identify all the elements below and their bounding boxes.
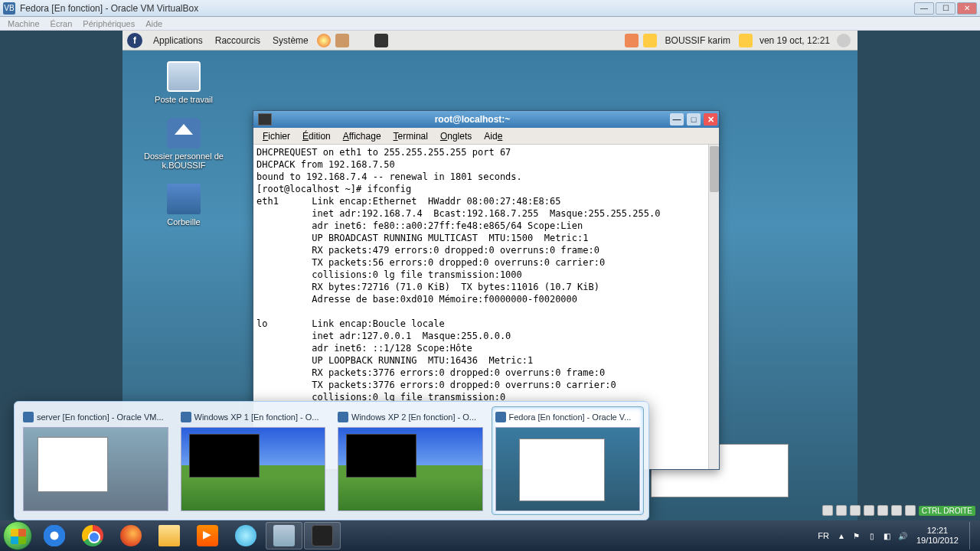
system-tray: FR ▲ ⚑ ▯ ◧ 🔊 12:21 19/10/2012 <box>812 522 980 549</box>
console-icon <box>312 525 333 546</box>
menu-applications[interactable]: Applications <box>147 35 209 46</box>
vbox-vm-icon <box>495 412 506 422</box>
vbox-display-icon[interactable] <box>891 505 902 516</box>
update-notifier-icon[interactable] <box>625 34 639 47</box>
app-launcher-icon[interactable] <box>335 34 349 47</box>
terminal-maximize-button[interactable]: □ <box>687 113 701 126</box>
tray-volume-icon[interactable]: 🔊 <box>897 530 909 542</box>
chrome-icon <box>82 525 103 546</box>
tray-flag-icon[interactable]: ⚑ <box>851 530 863 542</box>
vbox-titlebar[interactable]: VB Fedora [En fonction] - Oracle VM Virt… <box>0 0 980 17</box>
volume-icon[interactable] <box>837 34 851 47</box>
terminal-menubar: FFichierichier Édition Affichage Termina… <box>253 128 719 145</box>
preview-label: Fedora [En fonction] - Oracle V... <box>509 412 632 422</box>
vbox-menu-machine[interactable]: Machine <box>8 19 40 28</box>
windows-taskbar: FR ▲ ⚑ ▯ ◧ 🔊 12:21 19/10/2012 <box>0 520 980 551</box>
language-indicator[interactable]: FR <box>815 530 832 542</box>
vbox-menubar: Machine Écran Périphériques Aide <box>0 17 980 31</box>
taskbar-firefox[interactable] <box>113 522 149 549</box>
vbox-vm-icon <box>181 412 191 422</box>
terminal-titlebar[interactable]: root@localhost:~ — □ ✕ <box>253 111 719 128</box>
vbox-menu-screen[interactable]: Écran <box>51 19 73 28</box>
tray-time: 12:21 <box>916 526 959 536</box>
terminal-menu-tabs[interactable]: Onglets <box>436 131 476 142</box>
vbox-title: Fedora [En fonction] - Oracle VM Virtual… <box>20 3 198 14</box>
start-button[interactable] <box>3 521 32 550</box>
taskbar-wmp[interactable] <box>189 522 226 549</box>
trash-icon <box>167 184 201 214</box>
virtualbox-icon <box>273 525 295 546</box>
vbox-app-icon: VB <box>3 2 15 15</box>
terminal-menu-help[interactable]: Aide <box>479 131 507 142</box>
taskbar-virtualbox[interactable] <box>266 522 302 549</box>
preview-xp2[interactable]: Windows XP 2 [En fonction] - O... <box>334 406 487 515</box>
terminal-scrollbar[interactable] <box>708 145 719 469</box>
terminal-menu-edit[interactable]: Édition <box>298 131 335 142</box>
terminal-menu-terminal[interactable]: Terminal <box>389 131 433 142</box>
preview-label: server [En fonction] - Oracle VM... <box>37 412 164 422</box>
taskbar-previews: server [En fonction] - Oracle VM... Wind… <box>14 401 649 520</box>
preview-label: Windows XP 1 [En fonction] - O... <box>194 412 319 422</box>
preview-xp1[interactable]: Windows XP 1 [En fonction] - O... <box>177 406 330 515</box>
fedora-logo-icon[interactable]: f <box>127 33 142 48</box>
terminal-menu-file[interactable]: FFichierichier <box>258 131 295 142</box>
vbox-menu-help[interactable]: Aide <box>145 19 162 28</box>
taskbar-ie[interactable] <box>36 522 73 549</box>
preview-thumbnail <box>495 427 641 511</box>
terminal-title: root@localhost:~ <box>276 114 668 125</box>
desktop-icon-trash[interactable]: Corbeille <box>138 184 230 227</box>
terminal-minimize-button[interactable]: — <box>670 113 684 126</box>
media-player-icon <box>197 525 218 546</box>
terminal-icon <box>258 113 272 126</box>
taskbar-clock[interactable]: 12:21 19/10/2012 <box>912 526 963 546</box>
vbox-hdd-icon[interactable] <box>822 505 833 516</box>
preview-fedora[interactable]: Fedora [En fonction] - Oracle V... <box>492 406 645 515</box>
vbox-menu-devices[interactable]: Périphériques <box>83 19 135 28</box>
user-menu[interactable]: BOUSSIF karim <box>659 35 737 46</box>
folder-icon <box>158 525 180 546</box>
vbox-hostkey-indicator: CTRL DROITE <box>919 506 975 516</box>
vbox-cd-icon[interactable] <box>836 505 847 516</box>
preview-thumbnail <box>338 427 483 511</box>
panel-clock[interactable]: ven 19 oct, 12:21 <box>760 35 830 46</box>
desktop-icon-computer[interactable]: Poste de travail <box>138 61 230 104</box>
desktop-icon-label: Dossier personnel de k.BOUSSIF <box>138 152 230 170</box>
taskbar-console[interactable] <box>304 522 341 549</box>
preview-server[interactable]: server [En fonction] - Oracle VM... <box>19 406 172 515</box>
vbox-usb-icon[interactable] <box>864 505 874 516</box>
menu-places[interactable]: Raccourcis <box>209 35 266 46</box>
maximize-button[interactable]: ☐ <box>936 2 956 15</box>
notes-icon[interactable] <box>739 34 753 47</box>
desktop-icons: Poste de travail Dossier personnel de k.… <box>138 61 230 227</box>
messenger-icon <box>235 525 256 546</box>
vbox-mouse-icon[interactable] <box>905 505 916 516</box>
terminal-launcher-icon[interactable] <box>374 34 388 47</box>
vbox-vm-icon <box>338 412 348 422</box>
vbox-shared-icon[interactable] <box>877 505 888 516</box>
security-notifier-icon[interactable] <box>643 34 657 47</box>
show-desktop-button[interactable] <box>969 522 977 549</box>
close-button[interactable]: ✕ <box>957 2 977 15</box>
firefox-launcher-icon[interactable] <box>317 34 331 47</box>
gnome-top-panel: f Applications Raccourcis Système BOUSSI… <box>122 31 858 51</box>
terminal-close-button[interactable]: ✕ <box>704 113 717 126</box>
desktop-icon-home[interactable]: Dossier personnel de k.BOUSSIF <box>138 118 230 170</box>
tray-overflow-icon[interactable]: ▲ <box>835 530 848 542</box>
taskbar-explorer[interactable] <box>151 522 188 549</box>
tray-vbox-icon[interactable]: ◧ <box>881 530 893 542</box>
firefox-icon <box>120 525 142 546</box>
scrollbar-thumb[interactable] <box>710 146 719 192</box>
computer-icon <box>167 61 201 92</box>
taskbar-messenger[interactable] <box>227 522 264 549</box>
menu-system[interactable]: Système <box>266 35 315 46</box>
tray-network-icon[interactable]: ▯ <box>866 530 878 542</box>
desktop-icon-label: Corbeille <box>138 217 230 227</box>
home-folder-icon <box>167 118 201 148</box>
desktop-icon-label: Poste de travail <box>138 95 230 104</box>
taskbar-chrome[interactable] <box>74 522 111 549</box>
preview-label: Windows XP 2 [En fonction] - O... <box>351 412 476 422</box>
vbox-net-icon[interactable] <box>850 505 861 516</box>
vbox-vm-icon <box>23 412 34 422</box>
minimize-button[interactable]: — <box>914 2 934 15</box>
terminal-menu-view[interactable]: Affichage <box>338 131 386 142</box>
